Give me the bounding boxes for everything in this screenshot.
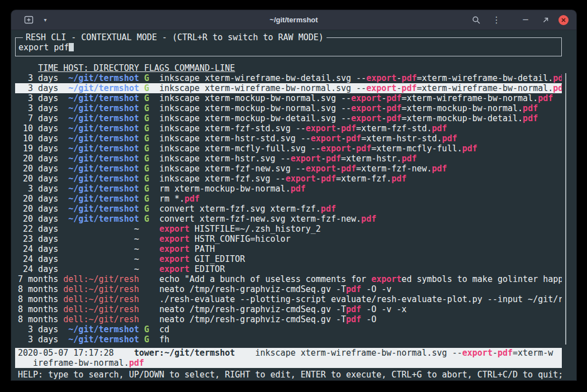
match-highlight: export	[159, 224, 190, 234]
list-header: TIME HOST: DIRECTORY FLAGS COMMAND-LINE	[15, 63, 562, 73]
history-row[interactable]: 22 days ~ export HISTFILE=~/.zsh_history…	[15, 224, 562, 234]
row-command: inkscape xterm-wireframe-bw-detail.svg -…	[159, 73, 562, 83]
row-host-directory: ~	[63, 224, 139, 234]
row-flags: G	[144, 194, 149, 204]
match-highlight: export	[291, 154, 321, 164]
history-row[interactable]: 20 days ~/git/termshot G inkscape xterm-…	[15, 154, 562, 164]
history-row[interactable]: 3 days ~/git/termshot G rm xterm-mockup-…	[15, 184, 562, 194]
command-text: neato /tmp/resh-graphviz-cmdSeq.gv -T	[159, 304, 346, 314]
history-row[interactable]: 3 days ~/git/termshot G inkscape xterm-w…	[15, 73, 562, 83]
command-text: -O	[361, 314, 376, 324]
new-tab-button[interactable]	[21, 13, 36, 27]
command-text: neato /tmp/resh-graphviz-cmdSeq.gv -T	[159, 314, 346, 324]
row-host-directory: ~/git/termshot	[63, 334, 139, 345]
row-flags: G	[144, 214, 149, 224]
row-host-directory: ~/git/termshot	[63, 73, 139, 83]
row-flags	[144, 224, 149, 234]
command-text: echo "Add a bunch of useless comments fo…	[159, 274, 371, 284]
restore-icon	[541, 16, 550, 25]
selected-entry-details: 2020-05-07 17:17:28 tower:~/git/termshot…	[15, 348, 562, 368]
row-host-directory: ~	[63, 234, 139, 244]
close-button[interactable]	[558, 15, 569, 25]
history-row[interactable]: 19 days ~/git/termshot G inkscape xterm-…	[15, 144, 562, 154]
search-box[interactable]: RESH CLI - CONTEXTUAL MODE - (CTRL+R to …	[15, 37, 562, 56]
row-time: 8 months	[18, 284, 58, 294]
chevron-down-icon: ▾	[44, 17, 46, 23]
command-text: ./resh-evaluate --plotting-script evalua…	[159, 294, 562, 304]
match-highlight: pdf	[442, 133, 457, 144]
command-text: -	[341, 133, 346, 144]
history-row[interactable]: 20 days ~/git/termshot G inkscape xterm-…	[15, 164, 562, 174]
command-text: -	[396, 83, 401, 93]
scrollbar[interactable]	[565, 73, 566, 345]
command-text: -	[381, 93, 386, 103]
history-row[interactable]: 23 days ~ export HSTR_CONFIG=hicolor	[15, 234, 562, 244]
row-command: export HSTR_CONFIG=hicolor	[159, 234, 291, 244]
command-text: -	[381, 103, 386, 113]
row-time: 8 months	[18, 304, 58, 314]
row-command: export PATH	[159, 244, 215, 254]
search-query-text: export pdf	[18, 42, 69, 52]
history-row[interactable]: 24 days ~ export PATH	[15, 244, 562, 254]
history-row[interactable]: 24 days ~ export GIT_EDITOR	[15, 254, 562, 264]
row-time: 24 days	[18, 264, 58, 274]
list-header-labels: TIME HOST: DIRECTORY FLAGS COMMAND-LINE	[38, 63, 235, 73]
restore-button[interactable]	[538, 13, 553, 27]
tab-dropdown-button[interactable]: ▾	[38, 13, 53, 27]
command-text: convert xterm-fzf.svg xterm-fzf.	[159, 204, 321, 214]
match-highlight: pdf	[291, 184, 306, 194]
history-row[interactable]: 3 days ~/git/termshot G inkscape xterm-m…	[15, 103, 562, 113]
history-row[interactable]: 20 days ~/git/termshot G convert xterm-f…	[15, 214, 562, 224]
row-flags	[144, 314, 149, 324]
command-text: -	[381, 113, 386, 123]
row-time: 20 days	[18, 214, 58, 224]
row-time: 8 months	[18, 294, 58, 304]
text-cursor	[69, 43, 74, 51]
row-time: 20 days	[18, 204, 58, 214]
history-row[interactable]: 24 days ~ export EDITOR	[15, 264, 562, 274]
history-row[interactable]: 3 days ~/git/termshot G cd	[15, 324, 562, 334]
command-text: GIT_EDITOR	[190, 254, 245, 264]
row-flags: G	[144, 324, 149, 334]
history-row[interactable]: 10 days ~/git/termshot G inkscape xterm-…	[15, 133, 562, 144]
history-row[interactable]: 10 days ~/git/termshot G inkscape xterm-…	[15, 123, 562, 133]
row-command: cd	[159, 324, 169, 334]
history-row[interactable]: 3 days ~/git/termshot G fh	[15, 334, 562, 345]
match-highlight: export	[159, 244, 190, 254]
history-row[interactable]: 20 days ~/git/termshot G rm *.pdf	[15, 194, 562, 204]
command-text: HSTR_CONFIG=hicolor	[190, 234, 291, 244]
row-time: 7 months	[18, 274, 58, 284]
row-host-directory: dell:~/git/resh	[63, 314, 139, 324]
new-tab-icon	[24, 16, 34, 24]
row-host-directory: ~	[63, 244, 139, 254]
history-row[interactable]: 7 days ~/git/termshot G inkscape xterm-m…	[15, 113, 562, 123]
row-host-directory: dell:~/git/resh	[63, 284, 139, 294]
search-box-title: RESH CLI - CONTEXTUAL MODE - (CTRL+R to …	[23, 32, 326, 42]
terminal[interactable]: RESH CLI - CONTEXTUAL MODE - (CTRL+R to …	[11, 30, 576, 380]
history-row[interactable]: 3 days ~/git/termshot G inkscape xterm-m…	[15, 93, 562, 103]
match-highlight: export	[159, 234, 190, 244]
menu-button[interactable]: ⋮	[489, 13, 504, 27]
history-row[interactable]: 20 days ~/git/termshot G convert xterm-f…	[15, 204, 562, 214]
history-row[interactable]: 7 months dell:~/git/resh echo "Add a bun…	[15, 274, 562, 284]
match-highlight: pdf	[346, 314, 361, 324]
history-row[interactable]: 8 months dell:~/git/resh neato /tmp/resh…	[15, 314, 562, 324]
command-text: inkscape xterm-mockup-bw-detail.svg --	[159, 113, 351, 123]
command-text: =xterm-wireframe-bw-detail.	[416, 73, 553, 83]
row-flags: G	[144, 154, 149, 164]
search-button[interactable]	[469, 13, 484, 27]
history-row[interactable]: 8 months dell:~/git/resh ./resh-evaluate…	[15, 294, 562, 304]
command-text: inkscape xterm-mockup-bw-normal.svg --	[159, 103, 351, 113]
command-text: inkscape xterm-fzf-std.svg --	[159, 123, 306, 133]
match-highlight: export	[371, 274, 401, 284]
row-flags	[144, 294, 149, 304]
history-row[interactable]: 3 days ~/git/termshot G inkscape xterm-w…	[15, 83, 562, 93]
command-text: -	[321, 154, 326, 164]
row-time: 3 days	[18, 93, 58, 103]
titlebar[interactable]: ▾ ~/git/termshot ⋮ −	[11, 10, 576, 30]
minimize-button[interactable]: −	[518, 13, 533, 27]
history-row[interactable]: 8 months dell:~/git/resh neato /tmp/resh…	[15, 284, 562, 294]
history-row[interactable]: 8 months dell:~/git/resh neato /tmp/resh…	[15, 304, 562, 314]
status-text: ireframe-bw-normal.	[18, 358, 129, 368]
history-row[interactable]: 20 days ~/git/termshot G inkscape xterm-…	[15, 174, 562, 184]
